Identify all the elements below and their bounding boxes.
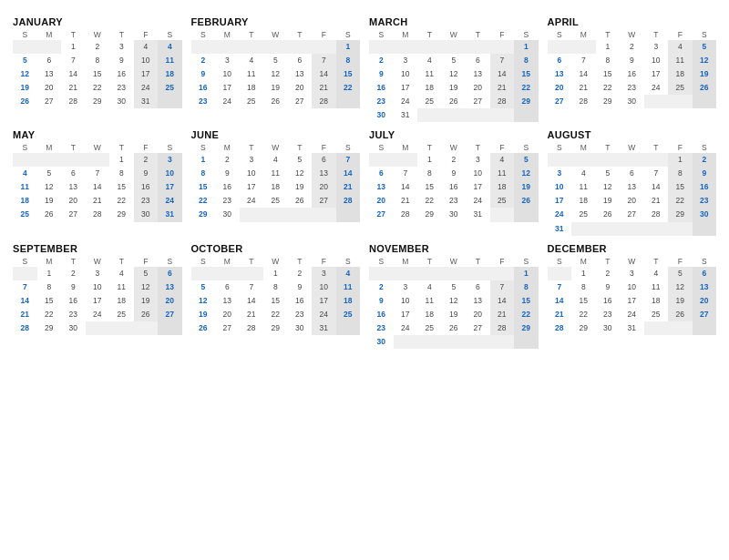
day-cell: 16: [191, 81, 216, 95]
day-cell: 31: [134, 95, 159, 108]
day-cell: 28: [490, 95, 515, 108]
day-header: M: [571, 256, 596, 267]
day-cell: 9: [215, 167, 240, 180]
day-cell: 8: [191, 167, 216, 180]
day-cell: 20: [548, 81, 572, 95]
day-cell: 5: [693, 40, 717, 54]
day-cell: 11: [668, 54, 693, 67]
day-cell: 20: [312, 180, 336, 194]
month-name: JUNE: [191, 129, 361, 140]
day-cell: 1: [596, 40, 621, 54]
day-cell: 29: [86, 95, 110, 108]
day-cell: 15: [109, 180, 134, 194]
day-cell: 17: [240, 180, 264, 194]
day-cell: [312, 208, 336, 221]
day-cell: 26: [37, 208, 62, 221]
day-cell: 22: [109, 194, 134, 208]
day-header: F: [134, 142, 159, 153]
day-header: W: [442, 142, 467, 153]
day-cell: 10: [394, 294, 418, 308]
day-cell: 25: [668, 81, 693, 95]
day-cell: 30: [61, 321, 86, 335]
day-cell: 25: [644, 308, 669, 321]
day-cell: 19: [13, 81, 37, 95]
day-cell: 7: [490, 54, 515, 67]
month-table: SMTWTFS123456789101112131415161718192021…: [369, 256, 539, 349]
day-header: M: [394, 256, 418, 267]
day-cell: 13: [312, 167, 336, 180]
day-cell: 8: [514, 280, 539, 294]
day-cell: 9: [134, 167, 159, 180]
day-cell: 21: [644, 194, 669, 208]
day-cell: 14: [61, 67, 86, 81]
day-cell: 9: [620, 54, 644, 67]
day-cell: 12: [442, 67, 467, 81]
day-cell: 12: [263, 67, 288, 81]
day-cell: 3: [394, 280, 418, 294]
day-cell: 24: [394, 321, 418, 335]
day-cell: 8: [109, 167, 134, 180]
day-header: T: [596, 256, 621, 267]
day-cell: [336, 95, 361, 108]
day-cell: 30: [596, 321, 621, 335]
day-header: W: [86, 256, 110, 267]
day-cell: 18: [240, 81, 264, 95]
day-cell: 16: [288, 294, 313, 308]
day-header: S: [13, 29, 37, 40]
day-cell: [61, 153, 86, 167]
day-cell: 22: [191, 194, 216, 208]
day-header: W: [263, 256, 288, 267]
day-cell: 10: [86, 280, 110, 294]
day-cell: 22: [86, 81, 110, 95]
day-cell: 23: [596, 308, 621, 321]
day-cell: 21: [312, 81, 336, 95]
day-cell: 13: [369, 180, 394, 194]
day-cell: 7: [548, 280, 572, 294]
day-cell: 2: [288, 267, 313, 280]
day-cell: 19: [442, 308, 467, 321]
day-cell: 13: [548, 67, 572, 81]
day-cell: [442, 108, 467, 122]
day-cell: 29: [417, 208, 442, 221]
day-cell: 28: [240, 321, 264, 335]
day-cell: 11: [571, 180, 596, 194]
day-cell: 13: [466, 294, 490, 308]
day-cell: 12: [191, 294, 216, 308]
day-cell: 6: [369, 167, 394, 180]
day-cell: 11: [336, 280, 361, 294]
day-cell: 27: [620, 208, 644, 221]
day-header: W: [442, 29, 467, 40]
day-cell: 25: [240, 95, 264, 108]
month-name: JULY: [369, 129, 539, 140]
day-cell: 4: [263, 153, 288, 167]
day-cell: 2: [191, 54, 216, 67]
day-cell: 3: [394, 54, 418, 67]
day-cell: [490, 208, 515, 221]
day-cell: 19: [596, 194, 621, 208]
day-cell: [158, 321, 182, 335]
month-table: SMTWTFS123456789101112131415161718192021…: [13, 256, 182, 335]
day-header: M: [37, 29, 62, 40]
day-header: F: [668, 142, 693, 153]
day-cell: 29: [109, 208, 134, 221]
day-cell: 3: [240, 153, 264, 167]
day-header: T: [240, 142, 264, 153]
day-cell: 4: [13, 167, 37, 180]
month-june: JUNESMTWTFS12345678910111213141516171819…: [191, 129, 361, 235]
day-cell: [514, 108, 539, 122]
day-cell: [288, 40, 313, 54]
day-cell: 3: [158, 153, 182, 167]
day-cell: 2: [369, 280, 394, 294]
day-cell: 17: [134, 67, 159, 81]
day-cell: 17: [620, 294, 644, 308]
day-cell: 8: [417, 167, 442, 180]
day-cell: 12: [596, 180, 621, 194]
day-cell: 22: [514, 81, 539, 95]
day-cell: 25: [417, 95, 442, 108]
day-header: S: [336, 29, 361, 40]
day-header: F: [490, 256, 515, 267]
day-cell: 28: [490, 321, 515, 335]
day-header: F: [312, 256, 336, 267]
day-cell: 18: [336, 294, 361, 308]
day-cell: 11: [490, 167, 515, 180]
